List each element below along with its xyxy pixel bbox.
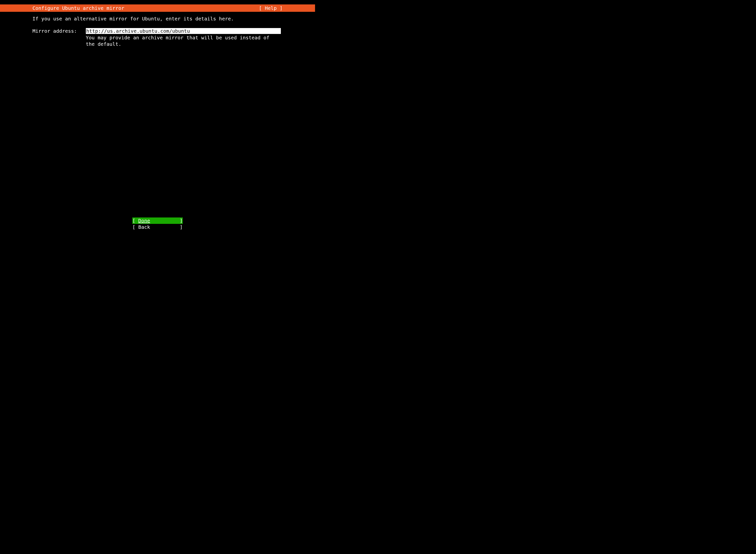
mirror-form-row: Mirror address: You may provide an archi… xyxy=(33,28,283,47)
done-button[interactable]: [ Done ] xyxy=(132,217,183,224)
header-bar: Configure Ubuntu archive mirror [ Help ] xyxy=(0,4,315,12)
back-button-label: Back xyxy=(138,224,150,230)
bottom-button-bar: [ Done ] [ Back ] xyxy=(0,217,315,230)
mirror-address-label: Mirror address: xyxy=(33,28,86,34)
mirror-address-input[interactable] xyxy=(86,28,281,34)
page-title: Configure Ubuntu archive mirror xyxy=(0,5,124,11)
done-button-label: Done xyxy=(138,218,150,224)
mirror-address-hint: You may provide an archive mirror that w… xyxy=(86,35,281,47)
help-button[interactable]: [ Help ] xyxy=(259,5,315,11)
content-area: If you use an alternative mirror for Ubu… xyxy=(0,12,315,47)
back-button[interactable]: [ Back ] xyxy=(132,224,183,230)
intro-text: If you use an alternative mirror for Ubu… xyxy=(33,16,283,22)
